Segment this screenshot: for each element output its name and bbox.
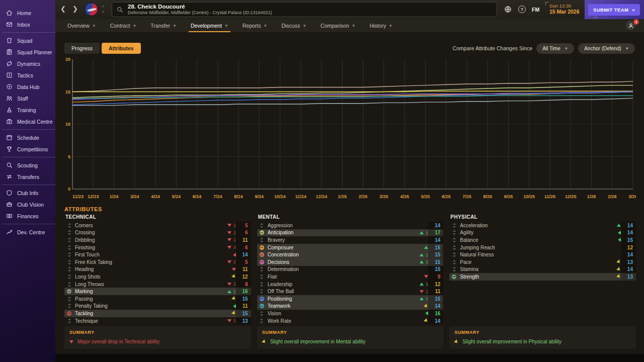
sidebar-item-medical-centre[interactable]: Medical Centre xyxy=(0,116,55,127)
attr-change xyxy=(216,312,236,315)
sidebar-item-scouting[interactable]: Scouting xyxy=(0,159,55,171)
submit-team-button[interactable]: SUBMIT TEAM» xyxy=(588,4,640,16)
attr-row-long-shots[interactable]: Long Shots12 xyxy=(64,273,251,281)
nav-back-button[interactable]: ❮ xyxy=(60,5,66,13)
sidebar-item-finances[interactable]: Finances xyxy=(0,210,55,222)
sidebar-item-tactics[interactable]: Tactics xyxy=(0,69,55,81)
tab-reports[interactable]: Reports▼ xyxy=(235,19,275,32)
sidebar-item-schedule[interactable]: Schedule xyxy=(0,132,55,143)
attr-row-strength[interactable]: Strength13 xyxy=(449,273,636,281)
attr-row-corners[interactable]: Corners25 xyxy=(64,222,251,229)
attr-row-pace[interactable]: Pace13 xyxy=(449,258,636,266)
tab-discuss[interactable]: Discuss▼ xyxy=(274,19,313,32)
attr-row-natural-fitness[interactable]: Natural Fitness14 xyxy=(449,251,636,258)
sidebar-item-data-hub[interactable]: Data Hub xyxy=(0,81,55,93)
tab-label: Development xyxy=(191,23,222,29)
attribute-columns: TECHNICALCorners25Crossing26Dribbling111… xyxy=(64,214,636,349)
attr-value: 12 xyxy=(428,281,443,288)
sidebar-item-staff[interactable]: Staff xyxy=(0,93,55,104)
tab-overview[interactable]: Overview▼ xyxy=(60,19,103,32)
sort-updown-icon xyxy=(259,237,265,243)
attr-change: 2 xyxy=(216,223,236,228)
nav-forward-button[interactable]: ❯ xyxy=(72,5,78,13)
attr-row-marking[interactable]: Marking216 xyxy=(64,288,251,295)
attr-row-anticipation[interactable]: Anticipation117 xyxy=(257,229,444,237)
attr-row-long-throws[interactable]: Long Throws28 xyxy=(64,281,251,288)
sidebar-item-dynamics[interactable]: Dynamics xyxy=(0,58,55,69)
attr-row-bravery[interactable]: Bravery14 xyxy=(257,236,444,244)
attr-row-vision[interactable]: Vision16 xyxy=(257,310,444,317)
attr-row-concentration[interactable]: Concentration115 xyxy=(257,251,444,258)
tab-label: Comparison xyxy=(320,23,349,29)
tab-transfer[interactable]: Transfer▼ xyxy=(143,19,184,32)
progress-toggle-button[interactable]: Progress xyxy=(64,43,100,54)
inbox-icon xyxy=(6,21,13,28)
role-dropdown[interactable]: Anchor (Defend)▼ xyxy=(578,43,635,54)
club-crest-icon[interactable] xyxy=(85,3,98,16)
help-icon[interactable]: ? xyxy=(518,6,526,13)
attr-row-passing[interactable]: Passing15 xyxy=(64,295,251,303)
attr-row-work-rate[interactable]: Work Rate14 xyxy=(257,317,444,325)
attr-row-acceleration[interactable]: Acceleration14 xyxy=(449,222,636,229)
sidebar-item-squad-planner[interactable]: Squad Planner xyxy=(0,46,55,58)
attributes-toggle-button[interactable]: Attributes xyxy=(102,43,141,54)
sort-updown-icon xyxy=(66,274,72,280)
tab-development[interactable]: Development▼ xyxy=(184,19,235,32)
sidebar-item-squad[interactable]: Squad xyxy=(0,35,55,46)
attr-change: 2 xyxy=(216,230,236,235)
player-search-bar[interactable]: 28. Cheick Doucouré Defensive Midfielder… xyxy=(112,2,497,17)
tab-comparison[interactable]: Comparison▼ xyxy=(313,19,363,32)
sidebar-item-dev-centre[interactable]: Dev. Centre xyxy=(0,226,55,238)
manager-avatar[interactable]: 1 xyxy=(626,21,637,32)
attr-row-tackling[interactable]: Tackling15 xyxy=(64,310,251,317)
attr-row-heading[interactable]: Heading11 xyxy=(64,266,251,274)
svg-text:7/25: 7/25 xyxy=(462,194,471,199)
attr-change xyxy=(408,319,428,322)
attr-change xyxy=(408,305,428,308)
attr-change: 3 xyxy=(216,245,236,250)
sidebar-item-training[interactable]: Training xyxy=(0,104,55,116)
attr-name: Dribbling xyxy=(75,237,216,243)
sidebar-item-transfers[interactable]: Transfers xyxy=(0,171,55,183)
tab-contract[interactable]: Contract▼ xyxy=(103,19,144,32)
attr-row-off-the-ball[interactable]: Off The Ball111 xyxy=(257,288,444,295)
attr-row-jumping-reach[interactable]: Jumping Reach12 xyxy=(449,244,636,251)
attr-row-balance[interactable]: Balance15 xyxy=(449,236,636,244)
arrow-up-icon xyxy=(227,290,231,293)
attr-row-positioning[interactable]: Positioning115 xyxy=(257,295,444,303)
attr-row-agility[interactable]: Agility14 xyxy=(449,229,636,237)
sidebar-item-club-info[interactable]: Club Info xyxy=(0,187,55,199)
attr-value: 16 xyxy=(428,310,443,317)
svg-text:0: 0 xyxy=(68,187,70,192)
attr-row-determination[interactable]: Determination15 xyxy=(257,266,444,274)
tab-history[interactable]: History▼ xyxy=(363,19,400,32)
sidebar-item-home[interactable]: Home xyxy=(0,7,55,19)
attr-row-dribbling[interactable]: Dribbling111 xyxy=(64,236,251,244)
attribute-series-dot-icon xyxy=(259,230,265,235)
attr-row-penalty-taking[interactable]: Penalty Taking11 xyxy=(64,303,251,310)
attr-change: 1 xyxy=(216,237,236,242)
attr-row-crossing[interactable]: Crossing26 xyxy=(64,229,251,237)
attr-row-leadership[interactable]: Leadership112 xyxy=(257,281,444,288)
player-cycle-buttons[interactable]: ˄˅ xyxy=(102,4,104,15)
attr-row-decisions[interactable]: Decisions215 xyxy=(257,258,444,266)
attr-row-first-touch[interactable]: First Touch14 xyxy=(64,251,251,258)
sidebar-item-label: Training xyxy=(17,107,36,113)
sidebar-item-inbox[interactable]: Inbox xyxy=(0,19,55,30)
attr-row-flair[interactable]: Flair9 xyxy=(257,273,444,281)
arrow-up-icon xyxy=(424,246,428,249)
sidebar-item-label: Squad xyxy=(17,38,32,44)
attr-row-teamwork[interactable]: Teamwork14 xyxy=(257,303,444,310)
attr-row-stamina[interactable]: Stamina14 xyxy=(449,266,636,274)
time-range-dropdown[interactable]: All Time▼ xyxy=(536,43,574,54)
sidebar-item-competitions[interactable]: Competitions xyxy=(0,143,55,155)
attr-row-aggression[interactable]: Aggression14 xyxy=(257,222,444,229)
summary-header: SUMMARY xyxy=(69,330,246,335)
attr-row-free-kick-taking[interactable]: Free Kick Taking25 xyxy=(64,258,251,266)
attr-row-finishing[interactable]: Finishing36 xyxy=(64,244,251,251)
attr-name: Free Kick Taking xyxy=(75,259,216,265)
attr-row-technique[interactable]: Technique113 xyxy=(64,317,251,325)
sidebar-item-club-vision[interactable]: Club Vision xyxy=(0,199,55,210)
attr-row-composure[interactable]: Composure15 xyxy=(257,244,444,251)
language-globe-icon[interactable] xyxy=(504,6,512,14)
